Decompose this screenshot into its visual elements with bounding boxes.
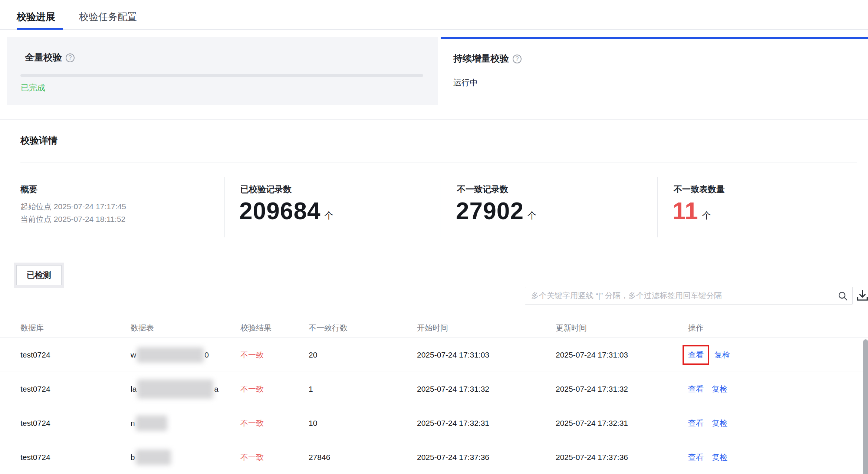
cell-start-time: 2025-07-24 17:31:32	[417, 372, 489, 406]
table-name-prefix: la	[131, 385, 137, 394]
view-link[interactable]: 查看	[688, 350, 704, 359]
start-position-label: 起始位点	[20, 202, 52, 211]
download-icon[interactable]	[856, 289, 868, 303]
full-verification-progress-bar	[20, 74, 423, 77]
incremental-verification-title: 持续增量校验?	[453, 52, 522, 65]
stat-inconsistent-records-value: 27902	[456, 198, 524, 224]
cell-result: 不一致	[240, 372, 264, 406]
col-inconsistent-rows: 不一致行数	[309, 323, 348, 333]
stat-verified-records: 209684 个	[239, 198, 333, 224]
cell-actions: 查看 复检	[688, 338, 730, 372]
cell-update-time: 2025-07-24 17:32:31	[556, 406, 628, 440]
cell-inconsistent-rows: 1	[309, 372, 313, 406]
table-name-suffix: 0	[204, 350, 209, 359]
start-position-value: 2025-07-24 17:17:45	[54, 202, 126, 211]
table-row: test0724 b 不一致 27846 2025-07-24 17:37:36…	[0, 440, 868, 474]
detail-divider	[20, 162, 857, 162]
col-table: 数据表	[131, 323, 154, 333]
incremental-verification-panel: 持续增量校验? 运行中	[441, 37, 868, 105]
summary-title: 概要	[20, 184, 37, 195]
blurred-table-name	[137, 379, 213, 399]
cell-database: test0724	[20, 440, 50, 474]
stat-divider	[224, 177, 225, 237]
recheck-link[interactable]: 复检	[712, 452, 727, 463]
vertical-scrollbar[interactable]	[863, 339, 868, 474]
col-update-time: 更新时间	[556, 323, 587, 333]
tab-task-config[interactable]: 校验任务配置	[79, 10, 137, 23]
cell-update-time: 2025-07-24 17:31:32	[556, 372, 628, 406]
cell-update-time: 2025-07-24 17:37:36	[556, 440, 628, 474]
blurred-table-name	[136, 450, 171, 465]
current-position-value: 2025-07-24 18:11:52	[54, 215, 125, 223]
full-verification-status: 已完成	[21, 82, 45, 93]
stat-inconsistent-tables: 11 个	[673, 198, 711, 224]
table-name-suffix: a	[214, 385, 218, 394]
cell-start-time: 2025-07-24 17:37:36	[417, 440, 489, 474]
full-verification-panel: 全量校验? 已完成	[7, 37, 438, 105]
stat-inconsistent-tables-label: 不一致表数量	[674, 184, 725, 195]
recheck-link[interactable]: 复检	[712, 418, 727, 428]
tab-verification-progress[interactable]: 校验进展	[17, 10, 55, 23]
cell-actions: 查看 复检	[688, 372, 727, 406]
view-link[interactable]: 查看	[688, 384, 704, 394]
col-actions: 操作	[688, 323, 704, 333]
stat-inconsistent-records: 27902 个	[456, 198, 536, 224]
view-link[interactable]: 查看	[688, 452, 704, 463]
cell-actions: 查看 复检	[688, 406, 727, 440]
annotation-box: 查看	[683, 345, 709, 365]
detail-section-title: 校验详情	[20, 134, 57, 147]
col-start-time: 开始时间	[417, 323, 448, 333]
blurred-table-name	[136, 415, 167, 431]
table-row: test0724 w 0 不一致 20 2025-07-24 17:31:03 …	[0, 338, 868, 372]
cell-update-time: 2025-07-24 17:31:03	[556, 338, 628, 372]
stat-inconsistent-tables-unit: 个	[702, 210, 711, 224]
table-header: 数据库 数据表 校验结果 不一致行数 开始时间 更新时间 操作	[0, 317, 868, 338]
stat-divider	[657, 177, 658, 237]
stat-inconsistent-records-label: 不一致记录数	[457, 184, 508, 195]
full-verification-title-text: 全量校验	[25, 52, 62, 62]
stat-verified-records-unit: 个	[325, 210, 333, 224]
active-tab-indicator	[17, 28, 63, 30]
help-icon[interactable]: ?	[513, 55, 522, 63]
incremental-verification-status: 运行中	[453, 77, 478, 88]
cell-result: 不一致	[240, 406, 264, 440]
section-divider	[0, 119, 868, 120]
summary-positions: 起始位点 2025-07-24 17:17:45 当前位点 2025-07-24…	[20, 200, 126, 226]
table-row: test0724 la a 不一致 1 2025-07-24 17:31:32 …	[0, 372, 868, 406]
search-box	[525, 287, 853, 305]
table-name-prefix: b	[131, 453, 135, 462]
search-icon[interactable]	[838, 291, 848, 301]
view-link[interactable]: 查看	[688, 418, 704, 428]
cell-result: 不一致	[240, 338, 264, 372]
cell-inconsistent-rows: 20	[309, 338, 317, 372]
tab-bar: 校验进展 校验任务配置	[0, 0, 868, 30]
cell-table-name: la a	[131, 372, 218, 406]
stat-inconsistent-tables-value: 11	[673, 198, 698, 224]
detected-filter-button[interactable]: 已检测	[16, 265, 62, 285]
cell-table-name: w 0	[131, 338, 209, 372]
table-name-prefix: w	[131, 350, 136, 359]
cell-start-time: 2025-07-24 17:31:03	[417, 338, 489, 372]
current-position-line: 当前位点 2025-07-24 18:11:52	[20, 213, 126, 226]
col-result: 校验结果	[240, 323, 272, 333]
incremental-verification-title-text: 持续增量校验	[453, 53, 509, 63]
recheck-link[interactable]: 复检	[712, 384, 727, 394]
table-row: test0724 n 不一致 10 2025-07-24 17:32:31 20…	[0, 406, 868, 440]
stat-inconsistent-records-unit: 个	[527, 210, 536, 224]
search-input[interactable]	[525, 287, 833, 304]
table-name-prefix: n	[131, 419, 135, 428]
help-icon[interactable]: ?	[66, 53, 75, 62]
cell-database: test0724	[20, 338, 50, 372]
cell-database: test0724	[20, 372, 50, 406]
cell-start-time: 2025-07-24 17:32:31	[417, 406, 489, 440]
blurred-table-name	[137, 347, 204, 363]
cell-result: 不一致	[240, 440, 264, 474]
recheck-link[interactable]: 复检	[714, 350, 730, 360]
cell-table-name: n	[131, 406, 168, 440]
start-position-line: 起始位点 2025-07-24 17:17:45	[20, 200, 126, 213]
stat-divider	[441, 177, 441, 237]
cell-inconsistent-rows: 10	[309, 406, 317, 440]
cell-inconsistent-rows: 27846	[309, 440, 330, 474]
cell-database: test0724	[20, 406, 50, 440]
col-database: 数据库	[20, 323, 44, 333]
